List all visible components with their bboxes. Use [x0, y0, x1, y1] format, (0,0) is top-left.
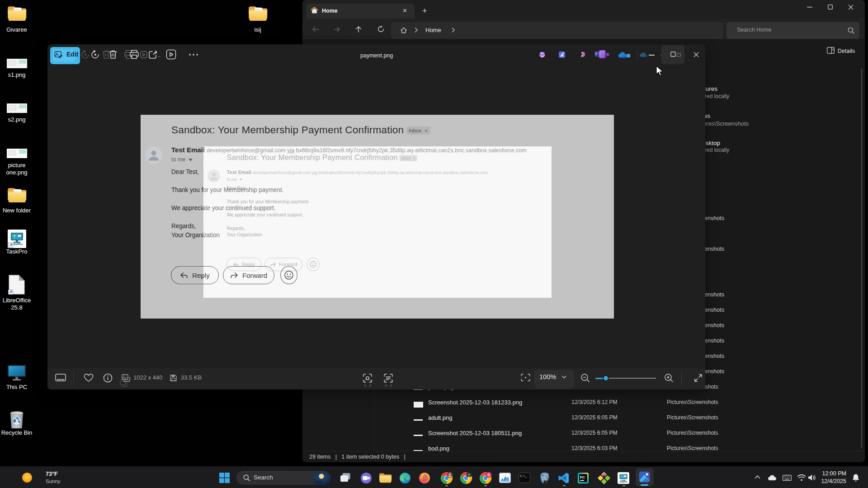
svg-text:TaskPro: TaskPro [619, 481, 627, 483]
svg-text:PC: PC [580, 475, 585, 479]
svg-text:S: S [487, 473, 490, 477]
svg-text:TaskPro: TaskPro [12, 242, 23, 245]
svg-text:C:\_: C:\_ [520, 475, 527, 478]
